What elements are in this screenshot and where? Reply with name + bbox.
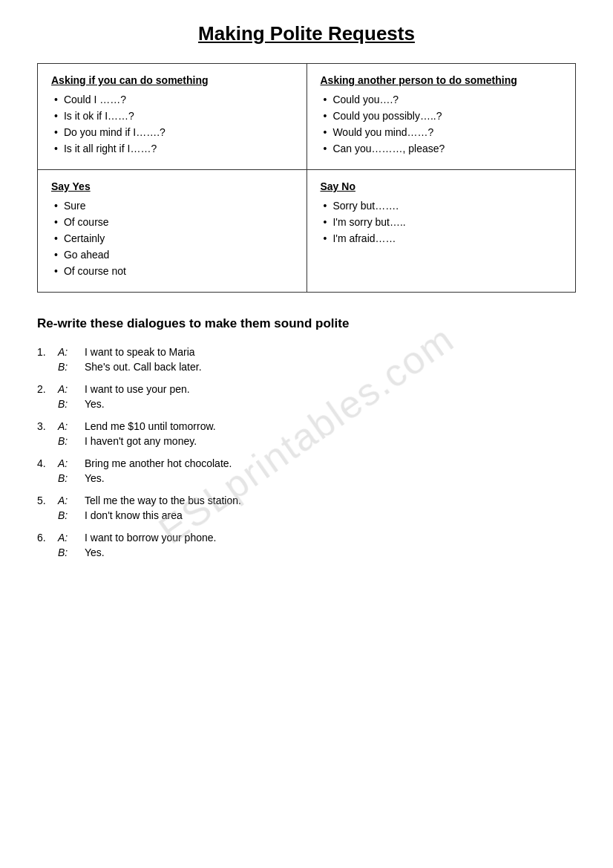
cell-heading-asking-self: Asking if you can do something: [51, 74, 293, 86]
cell-heading-say-no: Say No: [321, 180, 563, 192]
dialogue-number: 3.: [37, 420, 58, 432]
list-item: Could you….?: [321, 94, 563, 105]
cell-asking-other: Asking another person to do something Co…: [306, 64, 576, 170]
dialogue-number: 2.: [37, 383, 58, 395]
cell-heading-asking-other: Asking another person to do something: [321, 74, 563, 86]
dialogue-number: 4.: [37, 457, 58, 469]
dialogue-row: 5.A:Tell me the way to the bus station.: [37, 495, 576, 506]
dialogue-row: B:I don't know this area: [37, 509, 576, 521]
dialogue-number: [37, 435, 58, 447]
list-item: Sorry but…….: [321, 200, 563, 212]
list-item: Do you mind if I…….?: [51, 126, 293, 138]
dialogue-row: 3.A:Lend me $10 until tomorrow.: [37, 420, 576, 432]
list-item: Of course not: [51, 265, 293, 277]
dialogue-group: 6.A:I want to borrow your phone.B:Yes.: [37, 532, 576, 558]
dialogue-text: I want to use your pen.: [85, 383, 576, 395]
exercise-instruction: Re-write these dialogues to make them so…: [37, 316, 576, 331]
dialogue-speaker: B:: [58, 435, 85, 447]
dialogue-group: 5.A:Tell me the way to the bus station.B…: [37, 495, 576, 521]
cell-asking-self: Asking if you can do something Could I ……: [38, 64, 307, 170]
dialogue-row: B:I haven't got any money.: [37, 435, 576, 447]
dialogue-text: Lend me $10 until tomorrow.: [85, 420, 576, 432]
say-no-list: Sorry but……. I'm sorry but….. I'm afraid…: [321, 200, 563, 244]
dialogue-text: Yes.: [85, 472, 576, 484]
dialogue-row: B:Yes.: [37, 472, 576, 484]
list-item: Would you mind……?: [321, 126, 563, 138]
dialogue-text: Tell me the way to the bus station.: [85, 495, 576, 506]
list-item: Can you………, please?: [321, 143, 563, 154]
dialogue-speaker: B:: [58, 546, 85, 558]
dialogue-text: Yes.: [85, 398, 576, 410]
cell-say-no: Say No Sorry but……. I'm sorry but….. I'm…: [306, 170, 576, 293]
dialogue-row: 6.A:I want to borrow your phone.: [37, 532, 576, 544]
dialogue-speaker: A:: [58, 532, 85, 544]
dialogue-text: Yes.: [85, 546, 576, 558]
dialogue-speaker: B:: [58, 361, 85, 373]
dialogue-text: I haven't got any money.: [85, 435, 576, 447]
dialogue-text: I want to borrow your phone.: [85, 532, 576, 544]
dialogue-number: 5.: [37, 495, 58, 506]
dialogue-speaker: A:: [58, 383, 85, 395]
list-item: Could I ……?: [51, 94, 293, 105]
cell-heading-say-yes: Say Yes: [51, 180, 293, 192]
dialogue-text: I don't know this area: [85, 509, 576, 521]
dialogue-number: [37, 509, 58, 521]
dialogue-number: 6.: [37, 532, 58, 544]
dialogue-number: [37, 472, 58, 484]
dialogue-speaker: B:: [58, 398, 85, 410]
dialogue-group: 2.A:I want to use your pen.B:Yes.: [37, 383, 576, 410]
dialogue-group: 3.A:Lend me $10 until tomorrow.B:I haven…: [37, 420, 576, 447]
page-title: Making Polite Requests: [37, 22, 576, 45]
list-item: I'm sorry but…..: [321, 216, 563, 228]
asking-self-list: Could I ……? Is it ok if I……? Do you mind…: [51, 94, 293, 154]
dialogue-speaker: A:: [58, 457, 85, 469]
dialogues-section: Re-write these dialogues to make them so…: [37, 313, 576, 558]
dialogue-speaker: B:: [58, 509, 85, 521]
dialogue-speaker: A:: [58, 420, 85, 432]
list-item: Go ahead: [51, 249, 293, 261]
say-yes-list: Sure Of course Certainly Go ahead Of cou…: [51, 200, 293, 277]
asking-other-list: Could you….? Could you possibly…..? Woul…: [321, 94, 563, 154]
dialogues-container: 1.A:I want to speak to MariaB:She's out.…: [37, 346, 576, 558]
list-item: Is it ok if I……?: [51, 110, 293, 122]
dialogue-speaker: A:: [58, 346, 85, 358]
dialogue-number: [37, 361, 58, 373]
list-item: Is it all right if I……?: [51, 143, 293, 154]
dialogue-row: B:Yes.: [37, 398, 576, 410]
list-item: Of course: [51, 216, 293, 228]
list-item: Sure: [51, 200, 293, 212]
list-item: Could you possibly…..?: [321, 110, 563, 122]
reference-table: Asking if you can do something Could I ……: [37, 63, 576, 293]
list-item: I'm afraid……: [321, 232, 563, 244]
dialogue-text: Bring me another hot chocolate.: [85, 457, 576, 469]
dialogue-row: 2.A:I want to use your pen.: [37, 383, 576, 395]
dialogue-row: 4.A:Bring me another hot chocolate.: [37, 457, 576, 469]
dialogue-speaker: A:: [58, 495, 85, 506]
dialogue-text: I want to speak to Maria: [85, 346, 576, 358]
dialogue-number: [37, 398, 58, 410]
dialogue-row: 1.A:I want to speak to Maria: [37, 346, 576, 358]
dialogue-text: She's out. Call back later.: [85, 361, 576, 373]
cell-say-yes: Say Yes Sure Of course Certainly Go ahea…: [38, 170, 307, 293]
dialogue-group: 4.A:Bring me another hot chocolate.B:Yes…: [37, 457, 576, 484]
dialogue-number: [37, 546, 58, 558]
dialogue-row: B:She's out. Call back later.: [37, 361, 576, 373]
dialogue-speaker: B:: [58, 472, 85, 484]
list-item: Certainly: [51, 232, 293, 244]
dialogue-group: 1.A:I want to speak to MariaB:She's out.…: [37, 346, 576, 373]
dialogue-number: 1.: [37, 346, 58, 358]
dialogue-row: B:Yes.: [37, 546, 576, 558]
